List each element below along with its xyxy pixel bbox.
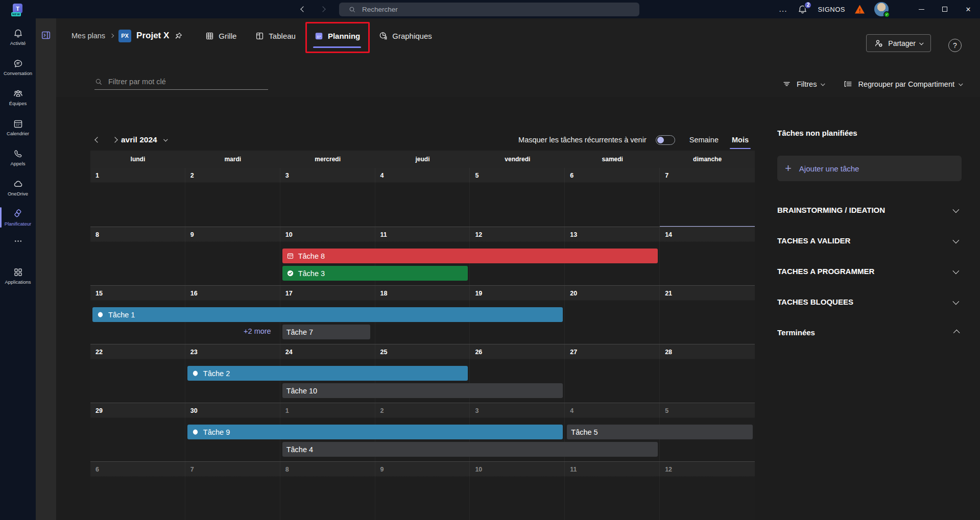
task-bar-t-che-4[interactable]: Tâche 4 [282, 442, 658, 457]
sidebar-item-planner[interactable]: Planificateur [0, 204, 36, 231]
bucket-taches-a-programmer[interactable]: TACHES A PROGRAMMER [777, 256, 962, 286]
day-number: 9 [190, 231, 194, 238]
task-bar-t-che-7[interactable]: Tâche 7 [282, 325, 370, 339]
back-button[interactable] [300, 6, 306, 12]
day-number: 6 [95, 466, 99, 473]
day-cell-9[interactable]: 9 [185, 227, 280, 285]
tab-tableau[interactable]: Tableau [254, 28, 297, 44]
day-cell-11[interactable]: 11 [565, 462, 660, 520]
day-cell-29[interactable]: 29 [90, 403, 185, 461]
org-name[interactable]: SIGNOS [818, 6, 845, 13]
task-bar-t-che-3[interactable]: Tâche 3 [282, 266, 468, 281]
view-week-button[interactable]: Semaine [689, 134, 719, 146]
day-cell-22[interactable]: 22 [90, 344, 185, 403]
day-number: 21 [665, 290, 672, 297]
day-cell-8[interactable]: 8 [280, 462, 375, 520]
user-avatar[interactable]: ✓ [874, 2, 889, 16]
task-bar-t-che-10[interactable]: Tâche 10 [282, 383, 563, 398]
day-cell-27[interactable]: 27 [565, 344, 660, 403]
day-cell-7[interactable]: 7 [660, 168, 755, 227]
task-bar-t-che-1[interactable]: Tâche 1 [92, 307, 563, 322]
bucket-termin-es[interactable]: Terminées [777, 317, 962, 348]
notifications-button[interactable]: 2 [797, 4, 808, 15]
more-tasks-link[interactable]: +2 more [185, 327, 271, 337]
day-cell-21[interactable]: 21 [660, 286, 755, 344]
next-month-button[interactable] [112, 137, 117, 142]
day-cell-3[interactable]: 3 [280, 168, 375, 227]
day-number: 3 [285, 172, 289, 179]
sidebar-item-teams[interactable]: Équipes [0, 84, 36, 110]
sidebar-item-calls[interactable]: Appels [0, 144, 36, 170]
warning-icon[interactable]: ! [855, 5, 865, 14]
tab-grille[interactable]: Grille [204, 28, 237, 44]
day-number: 14 [665, 231, 672, 238]
tab-planning[interactable]: Planning [313, 28, 361, 44]
day-cell-8[interactable]: 8 [90, 227, 185, 285]
cloud-icon [13, 179, 23, 189]
sidebar-item-label: Calendrier [7, 131, 29, 136]
task-bar-t-che-5[interactable]: Tâche 5 [567, 425, 753, 439]
day-cell-7[interactable]: 7 [185, 462, 280, 520]
task-label: Tâche 8 [298, 252, 325, 260]
week-row-6: 6789101112 [90, 461, 755, 520]
day-cell-12[interactable]: 12 [660, 462, 755, 520]
sidebar-item-chat[interactable]: Conversation [0, 54, 36, 80]
day-cell-1[interactable]: 1 [90, 168, 185, 227]
filters-dropdown[interactable]: Filtres [782, 79, 825, 89]
minimize-button[interactable] [910, 0, 933, 18]
chevron-down-icon [919, 41, 923, 45]
forward-button[interactable] [320, 6, 325, 12]
day-number: 16 [190, 290, 198, 297]
expand-panel-icon[interactable] [40, 30, 52, 41]
breadcrumb-my-plans[interactable]: Mes plans [71, 32, 105, 40]
help-button[interactable]: ? [948, 39, 962, 52]
day-number: 5 [475, 172, 479, 179]
view-month-button[interactable]: Mois [732, 134, 749, 146]
tab-label: Graphiques [392, 32, 432, 40]
previous-month-button[interactable] [94, 137, 100, 142]
month-label[interactable]: avril 2024 [121, 135, 157, 144]
day-cell-5[interactable]: 5 [470, 168, 565, 227]
week-row-1: 1234567 [90, 168, 755, 227]
more-options-button[interactable]: … [778, 4, 787, 14]
day-number: 23 [190, 349, 198, 356]
pin-icon[interactable] [174, 31, 183, 40]
task-bar-t-che-2[interactable]: Tâche 2 [187, 366, 468, 381]
sidebar-item-calendar[interactable]: Calendrier [0, 114, 36, 140]
plan-badge: PX [118, 30, 131, 42]
bucket-taches-bloquees[interactable]: TACHES BLOQUEES [777, 286, 962, 317]
keyword-filter-input[interactable]: Filtrer par mot clé [94, 78, 268, 90]
day-number: 20 [570, 290, 577, 297]
group-by-dropdown[interactable]: Regrouper par Compartiment [843, 79, 963, 89]
maximize-button[interactable] [933, 0, 957, 18]
global-search-input[interactable]: Rechercher [339, 3, 639, 16]
day-cell-6[interactable]: 6 [90, 462, 185, 520]
close-button[interactable]: ✕ [957, 0, 980, 18]
share-button[interactable]: Partager [866, 34, 931, 52]
day-cell-20[interactable]: 20 [565, 286, 660, 344]
bucket-taches-a-valider[interactable]: TACHES A VALIDER [777, 225, 962, 256]
sidebar-item-onedrive[interactable]: OneDrive [0, 174, 36, 201]
day-cell-10[interactable]: 10 [470, 462, 565, 520]
task-bar-t-che-9[interactable]: Tâche 9 [187, 425, 563, 439]
sidebar-item-activity[interactable]: Activité [0, 23, 36, 50]
bucket-label: BRAINSTORMING / IDEATION [777, 206, 885, 214]
day-number: 8 [285, 466, 289, 473]
chevron-down-icon [952, 298, 959, 305]
sidebar-item-label: Conversation [4, 70, 32, 76]
sidebar-item-apps[interactable]: Applications [0, 262, 36, 289]
day-cell-6[interactable]: 6 [565, 168, 660, 227]
week-row-2: 891011121314Tâche 8Tâche 3 [90, 227, 755, 285]
hide-recurring-toggle[interactable] [656, 135, 675, 145]
day-cell-28[interactable]: 28 [660, 344, 755, 403]
task-bar-t-che-8[interactable]: Tâche 8 [282, 249, 658, 263]
sidebar-item-more[interactable] [0, 234, 36, 247]
tab-graphiques[interactable]: Graphiques [377, 28, 433, 44]
add-task-button[interactable]: + Ajouter une tâche [777, 156, 962, 181]
board-icon [255, 31, 265, 41]
day-cell-4[interactable]: 4 [375, 168, 470, 227]
day-cell-2[interactable]: 2 [185, 168, 280, 227]
bucket-brainstorming-ideation[interactable]: BRAINSTORMING / IDEATION [777, 194, 962, 225]
day-cell-14[interactable]: 14 [660, 227, 755, 285]
day-cell-9[interactable]: 9 [375, 462, 470, 520]
